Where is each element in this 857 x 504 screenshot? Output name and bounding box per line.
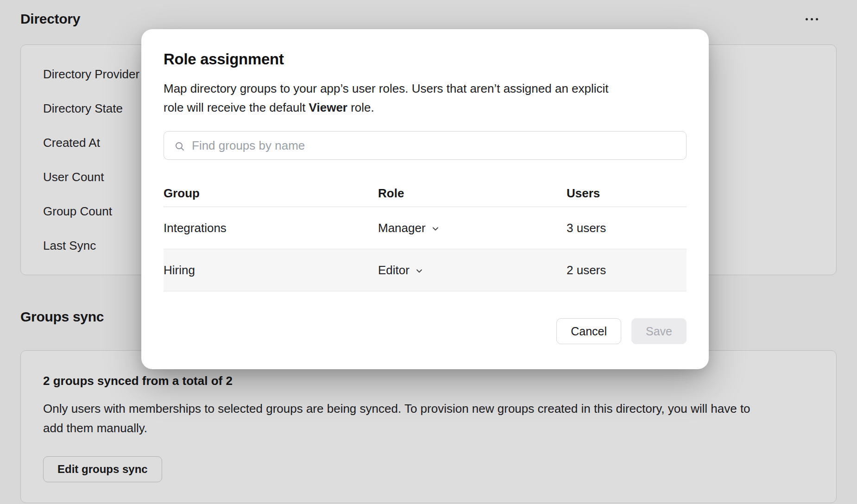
group-name: Integrations [164,221,378,235]
user-count: 3 users [567,221,687,235]
role-select-value: Manager [378,221,426,235]
column-header-role: Role [378,186,567,201]
modal-description-bold: Viewer [309,101,347,114]
modal-description: Map directory groups to your app’s user … [164,79,627,117]
table-header-row: Group Role Users [164,180,687,207]
cancel-button[interactable]: Cancel [556,318,621,344]
role-select-integrations[interactable]: Manager [378,221,440,235]
column-header-users: Users [567,186,687,201]
search-icon [174,141,185,152]
modal-footer: Cancel Save [164,318,687,344]
save-button[interactable]: Save [631,318,687,344]
role-select-hiring[interactable]: Editor [378,263,424,277]
modal-description-tail: role. [347,101,374,114]
role-select-value: Editor [378,263,410,277]
group-search [164,131,687,160]
table-row-integrations: Integrations Manager 3 users [164,207,687,249]
group-search-input[interactable] [192,132,686,159]
group-name: Hiring [164,263,378,277]
role-assignment-table: Group Role Users Integrations Manager 3 … [164,180,687,291]
chevron-down-icon [415,266,424,276]
role-assignment-modal: Role assignment Map directory groups to … [141,29,709,369]
table-row-hiring: Hiring Editor 2 users [164,249,687,291]
column-header-group: Group [164,186,378,201]
chevron-down-icon [431,224,440,233]
modal-title: Role assignment [164,50,687,68]
modal-description-text: Map directory groups to your app’s user … [164,82,609,114]
user-count: 2 users [567,263,687,277]
